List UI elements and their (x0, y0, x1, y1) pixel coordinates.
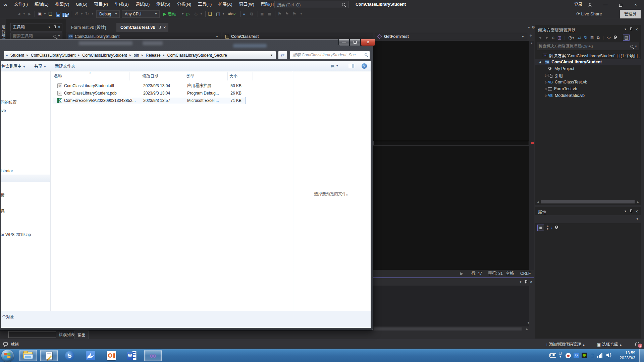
bookmark-next-icon[interactable]: ⚑ (292, 10, 297, 18)
nav-tree-item[interactable]: 问的位置 (1, 99, 17, 105)
categorized-icon[interactable]: ▦ (537, 225, 544, 231)
start-debug-button[interactable]: ▶ 启动 (163, 10, 176, 18)
solution-explorer-search[interactable]: 搜索解决方案资源管理器(Ctrl+;) ▼ (537, 43, 639, 50)
alphabetical-icon[interactable]: AZ↓ (547, 225, 552, 231)
taskbar-file-explorer[interactable] (19, 350, 37, 361)
spell-check-icon[interactable]: abc✓ (228, 10, 236, 18)
pending-changes-filter-icon[interactable]: ◷▼ (569, 35, 575, 40)
feedback-icon[interactable] (3, 342, 8, 346)
breadcrumb-separator-icon[interactable]: ► (161, 54, 167, 57)
pin-tab-icon[interactable] (158, 26, 161, 29)
select-repository[interactable]: ▣ 选择仓库 ▲ (597, 341, 622, 347)
split-editor-handle[interactable]: ÷ (530, 34, 532, 38)
tray-network-icon[interactable] (597, 353, 603, 358)
copy-icon[interactable]: ⧉ (250, 10, 253, 18)
menu-调试(D)[interactable]: 调试(D) (132, 0, 153, 9)
tree-item-FormTest.vb[interactable]: ▷FormTest.vb (535, 85, 641, 92)
toolbox-title[interactable]: 工具箱 ▼× (10, 23, 62, 32)
tray-clock[interactable]: 13:59 2023/9/3 (614, 351, 635, 361)
show-desktop-button[interactable] (639, 349, 644, 362)
comment-icon[interactable]: ≣ (260, 10, 264, 18)
nav-back-icon[interactable]: ◄ (17, 10, 21, 18)
view-code-icon[interactable]: <> (607, 36, 611, 40)
show-all-files-icon[interactable]: ▤ (623, 35, 629, 41)
restore-button[interactable] (615, 0, 626, 9)
start-button[interactable] (1, 350, 14, 362)
menu-Git(G)[interactable]: Git(G) (72, 0, 91, 9)
properties-icon[interactable]: ⧉ (597, 35, 600, 40)
tab-comclasstest[interactable]: ComClassTest.vb × (116, 23, 168, 32)
home-icon[interactable]: ⌂ (552, 35, 554, 40)
preview-pane-button[interactable] (349, 64, 354, 68)
tree-item-ComClassTest.vb[interactable]: ▷VBComClassTest.vb (535, 79, 641, 85)
taskbar-browser[interactable]: S (61, 350, 78, 361)
breadcrumb-separator-icon[interactable]: ► (24, 54, 31, 57)
indent-icon[interactable]: ≡ (243, 10, 246, 18)
breadcrumb-separator-icon[interactable]: ► (75, 54, 82, 57)
bookmark-prev-icon[interactable]: ⚑ (285, 10, 289, 18)
sync-icon[interactable]: ⇄ (578, 35, 581, 40)
column-type[interactable]: 类型 (186, 72, 194, 81)
close-icon[interactable]: × (635, 27, 638, 32)
tray-window-icon[interactable]: ❏▼ (559, 352, 562, 358)
share-button[interactable]: 共享▼ (34, 63, 46, 69)
wrench-icon[interactable] (555, 226, 559, 230)
menu-窗口(W)[interactable]: 窗口(W) (236, 0, 258, 9)
file-row[interactable]: ▪ComClassLibraryStudent.pdb2023/9/3 13:0… (51, 89, 293, 97)
tray-nvidia-icon[interactable] (582, 353, 587, 358)
switch-views-icon[interactable]: ◫ (557, 35, 561, 40)
close-tab-icon[interactable]: × (163, 23, 166, 32)
column-name[interactable]: 名称 (54, 72, 62, 81)
collapse-all-icon[interactable]: ⊟ (590, 35, 594, 40)
gear-icon[interactable]: ⚙ (532, 25, 535, 29)
explorer-close-button[interactable]: ✕ (361, 39, 375, 46)
refresh-button[interactable]: ⇄ (278, 51, 287, 59)
tree-solution[interactable]: ∞解决方案 'ComClassLibraryStudent' 口(1 个项目 ,… (535, 52, 641, 59)
breadcrumb-segment[interactable]: ComClassLibraryStudent_Secure (167, 53, 227, 58)
explorer-search-input[interactable]: 搜索 ComClassLibraryStudent_Sec (289, 51, 370, 59)
tree-item-My Project[interactable]: My Project (535, 65, 641, 72)
breadcrumb-segment[interactable]: ComClassLibraryStudent (31, 53, 75, 58)
solution-explorer-hscrollbar[interactable]: ◄ ► (535, 199, 641, 204)
taskbar-notepad[interactable] (40, 350, 58, 361)
undo-icon[interactable]: ↺ (74, 10, 78, 18)
tray-volume-icon[interactable] (606, 352, 612, 360)
explorer-maximize-button[interactable] (350, 39, 361, 46)
profiler-icon[interactable]: ♨ (194, 10, 198, 18)
member-dropdown[interactable]: GetFormTest ▼ (375, 33, 527, 40)
nav-forward-icon[interactable]: ► (28, 10, 32, 18)
save-all-icon[interactable] (62, 12, 68, 19)
breadcrumb[interactable]: « Student►ComClassLibraryStudent►ComClas… (4, 51, 276, 59)
navigate-icon[interactable]: ◫ (216, 10, 220, 18)
open-file-icon[interactable]: ❏ (48, 10, 52, 18)
sign-in-button[interactable]: 登录 (574, 0, 582, 9)
configuration-dropdown[interactable]: Debug▼ (96, 10, 120, 18)
breadcrumb-segment[interactable]: bin (134, 53, 139, 58)
explorer-minimize-button[interactable]: — (338, 39, 350, 46)
find-in-files-icon[interactable]: ❏ (208, 10, 212, 18)
uncomment-icon[interactable]: ≣ (268, 10, 271, 18)
nav-tree-item[interactable]: 具 (1, 208, 5, 214)
menu-扩展(X)[interactable]: 扩展(X) (215, 0, 236, 9)
file-row[interactable]: ⚙ComClassLibraryStudent.dll2023/9/3 13:0… (51, 82, 293, 89)
minimize-button[interactable]: — (600, 0, 611, 9)
breadcrumb-segment[interactable]: ComClassLibraryStudent (82, 53, 127, 58)
nav-tree-item[interactable]: istrator (1, 169, 13, 173)
menu-测试(S)[interactable]: 测试(S) (153, 0, 174, 9)
tree-item-引用[interactable]: ▷引用 (535, 72, 641, 79)
nav-tree-item[interactable]: ive (1, 108, 6, 113)
output-scroll-down-icon[interactable]: ▼ (527, 321, 530, 324)
menu-工具(T)[interactable]: 工具(T) (195, 0, 215, 9)
back-icon[interactable]: ◄ (538, 35, 542, 40)
breadcrumb-segment[interactable]: Student (10, 53, 24, 58)
refresh-icon[interactable]: ↻ (584, 35, 587, 40)
taskbar-visual-studio[interactable]: ∞ (144, 350, 162, 361)
start-without-debug-icon[interactable]: ▷ (186, 10, 190, 18)
breadcrumb-separator-icon[interactable]: ► (139, 54, 146, 57)
breadcrumb-overflow-chevron[interactable]: « (4, 53, 10, 58)
pin-icon[interactable] (630, 27, 632, 31)
vs-search-input[interactable]: 搜索 (Ctrl+Q) (274, 1, 349, 8)
include-in-library-button[interactable]: 包含到库中▼ (1, 63, 25, 69)
help-button[interactable]: ? (362, 63, 367, 69)
new-folder-button[interactable]: 新建文件夹 (55, 63, 75, 69)
